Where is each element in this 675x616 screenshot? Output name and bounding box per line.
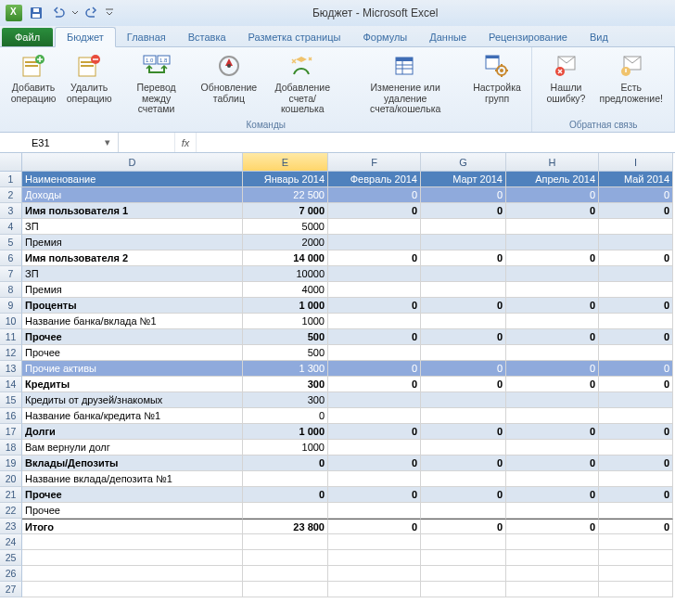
cell[interactable] — [599, 582, 673, 597]
cell[interactable]: 0 — [421, 456, 506, 471]
row-header[interactable]: 2 — [0, 187, 22, 203]
cell[interactable] — [243, 582, 328, 597]
cell[interactable]: 0 — [328, 250, 421, 266]
column-header-F[interactable]: F — [328, 153, 421, 172]
cell[interactable]: 2000 — [243, 235, 328, 250]
fx-button[interactable]: fx — [174, 133, 197, 152]
refresh-tables-button[interactable]: Обновлениетаблиц — [197, 49, 261, 106]
cell[interactable]: Имя пользователя 1 — [22, 203, 243, 219]
tab-formulas[interactable]: Формулы — [351, 28, 418, 46]
cell[interactable] — [328, 534, 421, 550]
cell[interactable]: 0 — [599, 424, 673, 440]
cell[interactable] — [599, 235, 673, 250]
column-header-E[interactable]: E — [243, 153, 328, 172]
tab-budget[interactable]: Бюджет — [55, 27, 116, 47]
cell[interactable] — [421, 345, 506, 361]
cell[interactable]: Название вклада/депозита №1 — [22, 471, 243, 487]
cell[interactable] — [506, 440, 599, 456]
cell[interactable]: 0 — [243, 456, 328, 471]
cell[interactable] — [506, 534, 599, 550]
cell[interactable] — [506, 235, 599, 250]
cell[interactable]: 23 800 — [243, 519, 328, 534]
cell[interactable] — [599, 566, 673, 582]
cell[interactable] — [599, 550, 673, 566]
cell[interactable]: Май 2014 — [599, 172, 673, 187]
cell[interactable]: Доходы — [22, 187, 243, 203]
column-header-H[interactable]: H — [506, 153, 599, 172]
cell[interactable]: 0 — [421, 329, 506, 345]
cell[interactable] — [599, 408, 673, 424]
cell[interactable]: Прочее — [22, 503, 243, 519]
cell[interactable]: 0 — [599, 361, 673, 377]
group-settings-button[interactable]: Настройкагрупп — [470, 49, 525, 106]
cell[interactable]: ЗП — [22, 266, 243, 282]
cell[interactable] — [421, 471, 506, 487]
cell[interactable]: 1 000 — [243, 424, 328, 440]
tab-pagelayout[interactable]: Разметка страницы — [237, 28, 352, 46]
row-header[interactable]: 23 — [0, 519, 22, 534]
cell[interactable]: 0 — [506, 298, 599, 314]
cell[interactable] — [328, 282, 421, 298]
edit-account-button[interactable]: Изменение или удалениесчета/кошелька — [345, 49, 466, 117]
name-box[interactable]: E31 ▾ — [28, 133, 119, 152]
cell[interactable] — [421, 582, 506, 597]
cell[interactable] — [328, 266, 421, 282]
save-icon[interactable] — [26, 3, 46, 23]
cell[interactable] — [243, 471, 328, 487]
cell[interactable]: Март 2014 — [421, 172, 506, 187]
cell[interactable]: 0 — [599, 298, 673, 314]
cell[interactable]: 7 000 — [243, 203, 328, 219]
cell[interactable] — [421, 503, 506, 519]
cell[interactable] — [328, 471, 421, 487]
cell[interactable]: 14 000 — [243, 250, 328, 266]
cell[interactable]: 0 — [506, 519, 599, 534]
cell[interactable]: Долги — [22, 424, 243, 440]
row-header[interactable]: 4 — [0, 219, 22, 235]
cell[interactable]: 0 — [506, 329, 599, 345]
cell[interactable] — [506, 314, 599, 329]
cell[interactable] — [421, 282, 506, 298]
row-header[interactable]: 7 — [0, 266, 22, 282]
cell[interactable] — [506, 582, 599, 597]
cell[interactable]: 0 — [599, 187, 673, 203]
cell[interactable]: 0 — [328, 377, 421, 392]
cell[interactable]: 0 — [506, 203, 599, 219]
cell[interactable] — [599, 392, 673, 408]
cell[interactable] — [599, 471, 673, 487]
suggestion-button[interactable]: Естьпредложение! — [595, 49, 667, 106]
cell[interactable]: 5000 — [243, 219, 328, 235]
cell[interactable] — [599, 503, 673, 519]
cell[interactable]: 0 — [599, 519, 673, 534]
cell[interactable] — [506, 282, 599, 298]
formula-input[interactable] — [197, 137, 675, 148]
cell[interactable]: ЗП — [22, 219, 243, 235]
cell[interactable] — [506, 503, 599, 519]
cell[interactable]: Апрель 2014 — [506, 172, 599, 187]
cell[interactable] — [421, 534, 506, 550]
row-header[interactable]: 3 — [0, 203, 22, 219]
cell[interactable]: Вам вернули долг — [22, 440, 243, 456]
cell[interactable]: 0 — [421, 377, 506, 392]
cell[interactable]: Прочие активы — [22, 361, 243, 377]
cell[interactable]: 0 — [421, 298, 506, 314]
cell[interactable] — [421, 266, 506, 282]
row-header[interactable]: 9 — [0, 298, 22, 314]
cell[interactable]: Кредиты — [22, 377, 243, 392]
cell[interactable] — [421, 219, 506, 235]
cell[interactable]: 0 — [328, 298, 421, 314]
cell[interactable]: 22 500 — [243, 187, 328, 203]
cell[interactable] — [328, 566, 421, 582]
cell[interactable] — [599, 534, 673, 550]
cell[interactable] — [506, 566, 599, 582]
add-operation-button[interactable]: Добавитьоперацию — [7, 49, 59, 106]
cell[interactable] — [421, 314, 506, 329]
cell[interactable] — [599, 440, 673, 456]
cell[interactable] — [22, 534, 243, 550]
cell[interactable]: Проценты — [22, 298, 243, 314]
cell[interactable]: Итого — [22, 519, 243, 534]
cell[interactable] — [506, 392, 599, 408]
cell[interactable]: Название банка/вклада №1 — [22, 314, 243, 329]
tab-data[interactable]: Данные — [418, 28, 478, 46]
cell[interactable] — [243, 566, 328, 582]
cell[interactable]: 0 — [328, 329, 421, 345]
